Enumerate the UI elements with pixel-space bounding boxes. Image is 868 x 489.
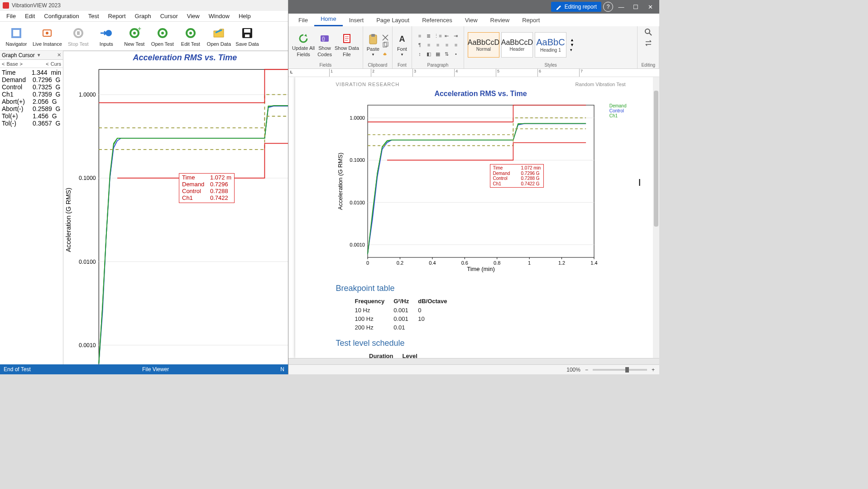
menu-graph[interactable]: Graph [130,11,156,21]
sort-button[interactable]: ⇅ [443,50,451,58]
ribbon-tab-report[interactable]: Report [516,14,546,26]
svg-text:1.2: 1.2 [558,260,565,266]
report-page: VIBRATION RESEARCH Random Vibration Test… [295,77,653,358]
report-chart[interactable]: 0.00100.01000.10001.000000.20.40.60.811.… [336,101,626,277]
menu-test[interactable]: Test [84,11,104,21]
svg-text:1.0000: 1.0000 [79,92,96,98]
align-left-button[interactable]: ≡ [425,41,433,49]
cut-button[interactable] [382,34,388,41]
ribbon-tab-insert[interactable]: Insert [343,14,370,26]
ruler-tick: 3 [412,69,416,77]
tab-stop-icon[interactable]: L [290,70,293,74]
show-data-file-button[interactable]: Show DataFile [335,33,359,57]
svg-text:Time (min): Time (min) [467,266,495,272]
menu-cursor[interactable]: Cursor [156,11,182,21]
new-test-button[interactable]: +New Test [121,25,148,48]
style-header[interactable]: AaBbCcDHeader [501,32,533,58]
table-cell: 10 [418,315,455,323]
open-test-button[interactable]: Open Test [149,25,176,48]
line-spacing-button[interactable]: ↕ [416,50,424,58]
paste-icon [368,34,379,45]
close-icon[interactable]: ✕ [57,52,61,58]
ruler[interactable]: L 1234567 [288,69,659,77]
ribbon-tab-page-layout[interactable]: Page Layout [370,14,416,26]
table-cell: 10 Hz [355,306,393,314]
report-editor-window: Editing report ? — ☐ ✕ FileHomeInsertPag… [288,0,659,374]
justify-button[interactable]: ≡ [452,41,460,49]
live-instance-button[interactable]: Live Instance [31,25,64,48]
zoom-slider[interactable] [593,369,647,371]
menu-file[interactable]: File [2,11,20,21]
style-heading-1[interactable]: AaBbCHeading 1 [535,32,566,58]
gear-plus-icon: + [127,26,142,40]
svg-rect-51 [368,105,594,257]
ribbon-tab-view[interactable]: View [459,14,484,26]
update-all-fields-button[interactable]: Update AllFields [292,33,315,57]
maximize-button[interactable]: ☐ [629,2,642,12]
vv-main: Acceleration Spectral Density(1)✕Test No… [63,51,288,364]
align-right-button[interactable]: ≡ [443,41,451,49]
show-marks-button[interactable]: • [452,50,460,58]
replace-icon[interactable] [644,39,652,47]
menu-configuration[interactable]: Configuration [39,11,83,21]
close-button[interactable]: ✕ [644,2,657,12]
bullets-button[interactable]: ≡ [416,32,424,40]
find-icon[interactable] [644,28,652,36]
zoom-slider-knob[interactable] [625,367,629,373]
ribbon-tab-file[interactable]: File [292,14,314,26]
page-area[interactable]: VIBRATION RESEARCH Random Vibration Test… [288,77,659,358]
ribbon-tab-references[interactable]: References [416,14,458,26]
menu-window[interactable]: Window [204,11,234,21]
styles-more-icon[interactable]: ▾ [570,48,574,52]
menu-edit[interactable]: Edit [20,11,39,21]
save-data-button[interactable]: Save Data [234,25,261,48]
reading-time: Time1.344 min [0,69,63,76]
pilcrow-button[interactable]: ¶ [416,41,424,49]
menu-view[interactable]: View [182,11,204,21]
breakpoint-table: FrequencyG²/HzdB/Octave 10 Hz0.0010100 H… [354,296,456,332]
styles-down-icon[interactable]: ▼ [570,43,574,47]
paste-button[interactable]: Paste ▼ [367,34,379,57]
inputs-button[interactable]: Inputs [93,25,120,48]
menu-help[interactable]: Help [234,11,255,21]
svg-text:0.0010: 0.0010 [350,242,365,247]
copy-button[interactable] [382,42,388,48]
table-cell: 100 Hz [355,315,393,323]
table-header: G²/Hz [393,297,417,305]
stop-icon [71,26,86,40]
help-icon[interactable]: ? [603,2,613,12]
dropdown-icon[interactable]: ▼ [37,53,41,58]
navigator-button[interactable]: Navigator [3,25,30,48]
ribbon-tab-review[interactable]: Review [484,14,516,26]
ribbon-tab-home[interactable]: Home [314,13,343,26]
scrollbar-thumb[interactable] [654,91,658,227]
vertical-scrollbar[interactable] [653,77,659,358]
zoom-in-button[interactable]: + [652,367,655,373]
font-button[interactable]: A Font ▼ [396,34,408,57]
align-center-button[interactable]: ≡ [434,41,442,49]
increase-indent-button[interactable]: ⇥ [452,32,460,40]
show-codes-button[interactable]: {}ShowCodes [317,33,332,57]
multilevel-button[interactable]: ⋮≡ [434,32,442,40]
style-normal[interactable]: AaBbCcDNormal [468,32,499,58]
borders-button[interactable]: ▦ [434,50,442,58]
open-data-button[interactable]: Open Data [205,25,233,48]
styles-up-icon[interactable]: ▲ [570,38,574,42]
numbering-button[interactable]: ≣ [425,32,433,40]
edit-test-button[interactable]: Edit Test [177,25,204,48]
ruler-tick: 7 [579,69,583,77]
editing-report-badge[interactable]: Editing report [551,2,601,12]
code-icon: {} [319,33,331,44]
ruler-tick: 4 [454,69,458,77]
vv-chart-area[interactable]: 0.00100.01000.10001.000000.20.40.60.81Ti… [63,64,288,364]
zoom-out-button[interactable]: − [585,367,588,373]
refresh-icon [297,33,309,44]
horizontal-scrollbar[interactable] [288,358,659,364]
decrease-indent-button[interactable]: ⇤ [443,32,451,40]
vv-titlebar: VibrationVIEW 2023 [0,0,288,11]
minimize-button[interactable]: — [615,2,628,12]
page-header-left: VIBRATION RESEARCH [336,82,400,87]
menu-report[interactable]: Report [104,11,130,21]
shading-button[interactable]: ◧ [425,50,433,58]
format-painter-button[interactable] [382,49,388,55]
